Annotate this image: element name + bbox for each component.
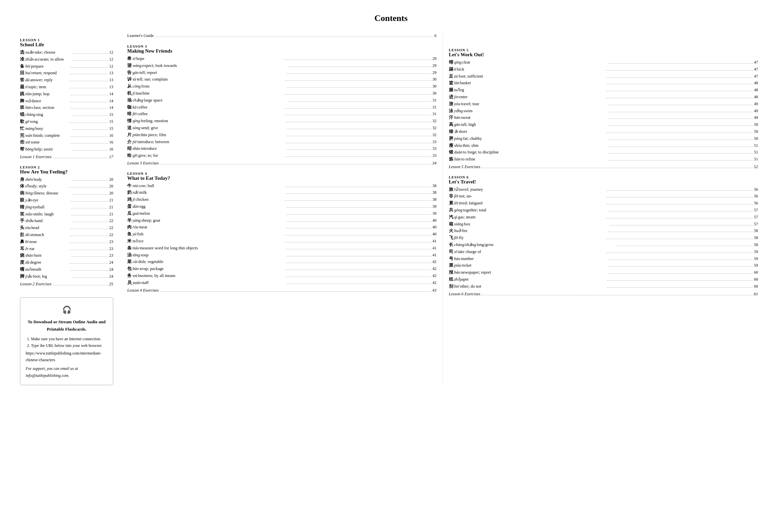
- chinese-char: 旅: [449, 186, 454, 193]
- chinese-char: 情: [127, 117, 132, 124]
- chinese-char: 答: [20, 77, 25, 83]
- chinese-char: 菜: [127, 258, 132, 265]
- definition: sheep; goat: [141, 217, 286, 224]
- pinyin: zuǐ: [25, 266, 30, 273]
- definition: wrap; package: [140, 265, 285, 272]
- pinyin: dàn: [133, 203, 139, 210]
- chinese-char: 眼: [20, 197, 25, 204]
- chinese-char: 望: [127, 62, 132, 69]
- lesson6-label: LESSON 6: [449, 175, 758, 179]
- pinyin: huǒ: [454, 227, 461, 234]
- definition: finish; complete: [33, 132, 70, 139]
- chinese-char: 报: [449, 269, 454, 276]
- definition: staff: [141, 279, 286, 286]
- pinyin: shǒu: [25, 217, 34, 224]
- list-item: 啡 fēi coffee 31: [127, 111, 437, 117]
- chinese-char: 非: [449, 193, 454, 200]
- chinese-char: 足: [449, 73, 454, 80]
- page-number: 14: [109, 105, 113, 111]
- list-item: 进 jìn enter 48: [449, 93, 758, 101]
- pinyin: wǔ: [25, 98, 31, 105]
- definition: ear: [29, 245, 68, 252]
- pinyin: dù: [25, 231, 30, 238]
- page-number: 47: [754, 66, 758, 73]
- chinese-char: 箱: [449, 221, 454, 228]
- chinese-char: 晴: [449, 59, 454, 66]
- page-number: 15: [109, 118, 113, 125]
- chinese-char: 泳: [449, 108, 454, 115]
- download-step-1: Make sure you have an Internet connectio…: [31, 336, 108, 342]
- chinese-char: 游: [449, 101, 454, 108]
- chinese-char: 机: [127, 90, 132, 97]
- definition: degree: [30, 259, 69, 266]
- chinese-char: 希: [127, 55, 132, 62]
- page-number: 15: [109, 125, 113, 132]
- col-lesson3-4: Learner's Guide 6 LESSON 3 Making New Fr…: [123, 33, 440, 385]
- page-number: 13: [109, 77, 113, 83]
- list-item: 身 shēn body 20: [20, 176, 113, 183]
- definition: burn: [34, 252, 71, 259]
- pinyin: nǎi: [133, 189, 139, 196]
- definition: kick: [457, 66, 604, 73]
- definition: fish: [137, 231, 284, 238]
- list-item: 瓜 guā melon 39: [127, 210, 437, 217]
- chinese-char: 给: [127, 152, 132, 159]
- chinese-char: 司: [449, 249, 454, 255]
- chinese-char: 锻: [449, 149, 454, 156]
- pinyin: bào: [454, 269, 461, 276]
- lesson2-label: LESSON 2: [20, 165, 113, 169]
- list-item: 票 piào ticket 59: [449, 262, 758, 269]
- definition: stomach: [30, 231, 69, 238]
- pinyin: gòng: [454, 207, 463, 214]
- definition: introduce: [141, 145, 286, 152]
- list-item: 回 huí return; respond 13: [20, 70, 113, 77]
- list-item: 鼻 bí nose 23: [20, 238, 113, 245]
- list-item: 睛 jīng eyeball 21: [20, 204, 113, 211]
- page-number: 22: [109, 225, 113, 231]
- page-number: 41: [433, 238, 437, 245]
- lesson1-title: School Life: [20, 42, 113, 48]
- lesson6-exercises: Lesson 6 Exercises 61: [449, 291, 758, 298]
- list-item: 题 tí topic; item 13: [20, 83, 113, 90]
- chinese-char: 备: [20, 63, 25, 70]
- chinese-char: 些: [20, 139, 25, 146]
- lesson4-vocab-list: 牛 niú cow; bull 38 奶 nǎi milk 38 鸡 jī ch…: [127, 183, 437, 286]
- list-item: 介 jiè introduce; between 33: [127, 139, 437, 146]
- chinese-char: 肉: [127, 224, 132, 231]
- list-item: 备 bèi prepare 12: [20, 63, 113, 70]
- list-item: 度 dù degree 24: [20, 259, 113, 266]
- definition: egg: [140, 203, 285, 210]
- definition: prepare: [31, 63, 69, 70]
- definition: smile; laugh: [33, 211, 70, 218]
- chinese-char: 片: [127, 131, 132, 139]
- lesson3-label: LESSON 3: [127, 44, 437, 48]
- page-number: 32: [433, 118, 437, 124]
- pinyin: zú: [454, 73, 458, 80]
- definition: gas; steam: [458, 214, 605, 221]
- list-item: 矮 ǎi short 50: [449, 128, 758, 135]
- chinese-char: 肚: [20, 231, 25, 238]
- list-item: 羊 yáng sheep; goat 40: [127, 217, 437, 224]
- definition: long/grow: [476, 241, 614, 249]
- pinyin: dá: [25, 77, 30, 83]
- pinyin: chǎng: [133, 97, 143, 104]
- page-number: 24: [109, 266, 113, 273]
- list-item: 牛 niú cow; bull 38: [127, 183, 437, 189]
- page-number: 31: [433, 97, 437, 104]
- page-number: 23: [109, 246, 113, 252]
- page-number: 33: [433, 139, 437, 146]
- pinyin: yuán: [133, 279, 141, 286]
- definition: sing: [36, 111, 72, 118]
- definition: fat; chubby: [463, 135, 608, 142]
- page-number: 48: [754, 80, 758, 86]
- page-number: 41: [433, 245, 437, 252]
- definition: return; respond: [31, 70, 69, 77]
- list-item: 腿 tuǐ leg 48: [449, 86, 758, 93]
- pinyin: hàn: [454, 114, 461, 121]
- pinyin: wù: [133, 272, 138, 279]
- pinyin: shēn: [25, 176, 33, 183]
- definition: newspaper; report: [461, 269, 606, 276]
- page-number: 40: [433, 231, 437, 238]
- pinyin: qíng: [454, 59, 462, 66]
- list-item: 唱 chàng sing 15: [20, 111, 113, 118]
